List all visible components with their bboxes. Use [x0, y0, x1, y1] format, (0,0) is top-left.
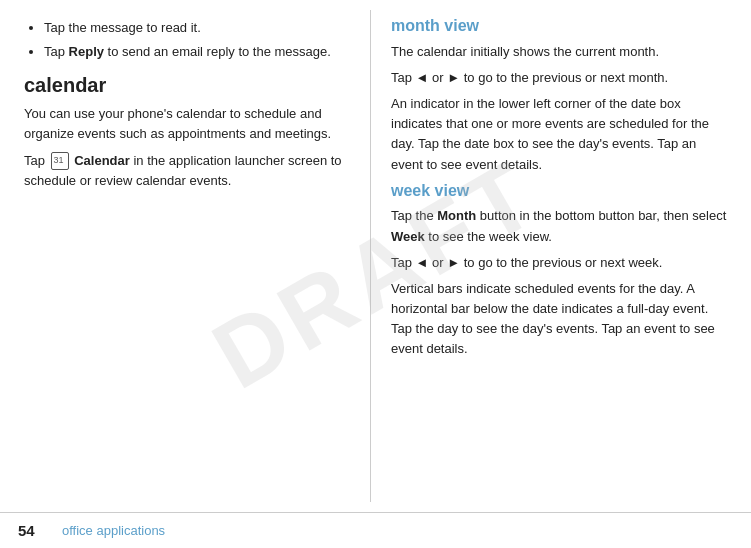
month-para1: The calendar initially shows the current… — [391, 42, 731, 62]
reply-bold: Reply — [69, 44, 104, 59]
content-area: Tap the message to read it. Tap Reply to… — [0, 0, 751, 512]
week-para1-mid: button in the bottom button bar, then se… — [476, 208, 726, 223]
calendar-heading: calendar — [24, 72, 346, 98]
page-number: 54 — [18, 522, 42, 539]
right-column: month view The calendar initially shows … — [371, 10, 751, 502]
week-para3: Vertical bars indicate scheduled events … — [391, 279, 731, 360]
month-para2: Tap ◄ or ► to go to the previous or next… — [391, 68, 731, 88]
tap-label: Tap — [24, 153, 49, 168]
calendar-icon — [51, 152, 69, 170]
calendar-para1: You can use your phone's calendar to sch… — [24, 104, 346, 144]
month-para3: An indicator in the lower left corner of… — [391, 94, 731, 175]
calendar-bold-label: Calendar — [74, 153, 133, 168]
week-para1-end: to see the week view. — [425, 229, 552, 244]
bullet-list: Tap the message to read it. Tap Reply to… — [24, 18, 346, 62]
bullet-text-read: Tap the message to read it. — [44, 20, 201, 35]
week-para1: Tap the Month button in the bottom butto… — [391, 206, 731, 246]
list-item-read: Tap the message to read it. — [44, 18, 346, 38]
calendar-para2: Tap Calendar in the application launcher… — [24, 151, 346, 191]
month-view-heading: month view — [391, 16, 731, 37]
week-para2: Tap ◄ or ► to go to the previous or next… — [391, 253, 731, 273]
left-column: Tap the message to read it. Tap Reply to… — [0, 10, 370, 502]
page-container: DRAFT Tap the message to read it. Tap Re… — [0, 0, 751, 548]
week-para1-prefix: Tap the — [391, 208, 437, 223]
week-bold: Week — [391, 229, 425, 244]
list-item-reply: Tap Reply to send an email reply to the … — [44, 42, 346, 62]
footer-section-label: office applications — [62, 523, 165, 538]
calendar-para2-suffix: in the application launcher screen to sc… — [24, 153, 342, 188]
month-bold: Month — [437, 208, 476, 223]
week-view-heading: week view — [391, 181, 731, 202]
footer: 54 office applications — [0, 512, 751, 548]
